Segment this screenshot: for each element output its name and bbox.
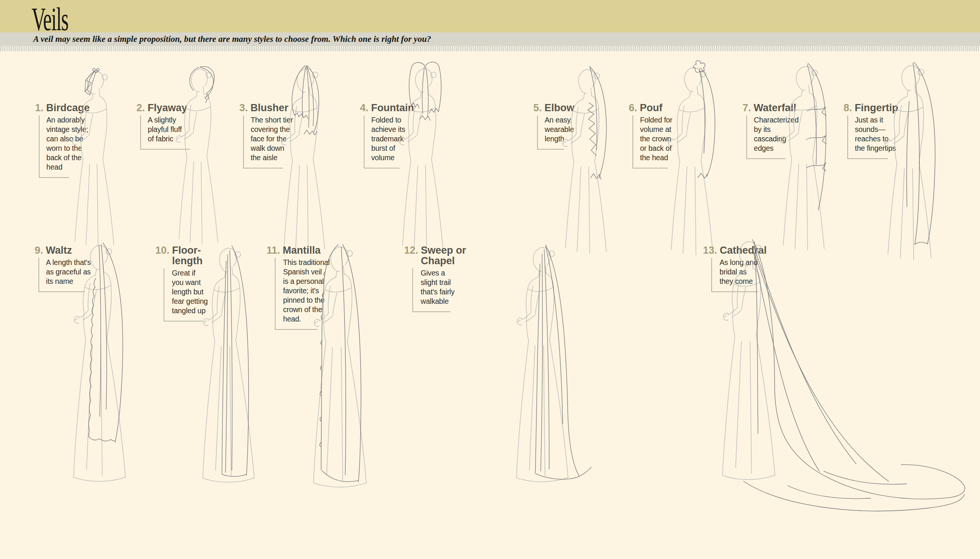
veil-item-number: 11. (266, 245, 280, 256)
figure-waterfall-illustration (773, 58, 850, 231)
veil-item-number: 12. (404, 245, 418, 256)
leader-line-vertical (537, 115, 538, 149)
leader-line-horizontal (39, 177, 69, 178)
leader-line-vertical (275, 258, 276, 329)
veil-item-pouf: 6.PoufFolded for volume at the crown or … (629, 103, 663, 113)
veil-item-number: 9. (35, 245, 43, 256)
leader-line-vertical (164, 268, 164, 321)
veil-item-floor: 10.Floor- lengthGreat if you want length… (155, 245, 203, 266)
figure-mantilla-illustration (301, 238, 388, 493)
veil-item-waltz: 9.WaltzA length that's as graceful as it… (35, 245, 72, 256)
veil-item-number: 7. (742, 103, 751, 113)
leader-line-vertical (633, 115, 633, 168)
veil-item-heading: 6.Pouf (629, 103, 663, 113)
veil-item-number: 4. (360, 103, 369, 113)
pinstripe-divider (0, 46, 980, 51)
veil-item-number: 5. (533, 103, 542, 113)
figure-pouf-illustration (660, 59, 740, 228)
leader-line-horizontal (412, 311, 450, 312)
veil-item-fingertip: 8.FingertipJust as it sounds— reaches to… (844, 103, 898, 113)
veil-item-number: 6. (629, 103, 637, 113)
veil-item-waterfall: 7.WaterfallCharacterized by its cascadin… (742, 103, 797, 113)
veil-item-name: Sweep or Chapel (421, 245, 466, 266)
figure-sweep-or-illustration (506, 239, 613, 488)
veil-item-fountain: 4.FountainFolded to achieve its trademar… (360, 103, 414, 113)
veil-item-number: 2. (136, 103, 145, 113)
figure-flyaway-illustration (169, 61, 243, 216)
figure-birdcage-illustration (65, 63, 139, 218)
leader-line-vertical (38, 258, 39, 291)
veil-item-mantilla: 11.MantillaThis traditional Spanish veil… (266, 245, 321, 256)
figure-cathedral-illustration (697, 233, 972, 522)
veil-item-number: 1. (35, 103, 44, 113)
veil-item-elbow: 5.ElbowAn easy, wearable length (533, 103, 574, 113)
veil-item-heading: 12.Sweep or Chapel (404, 245, 466, 266)
veils-infographic-page: Veils A veil may seem like a simple prop… (0, 0, 980, 559)
leader-line-vertical (412, 268, 413, 311)
leader-line-vertical (746, 115, 747, 158)
figure-blusher-illustration (274, 60, 350, 221)
veil-item-name: Pouf (640, 103, 663, 113)
veil-item-flyaway: 2.FlyawayA slightly playful fluff of fab… (136, 103, 187, 113)
page-subtitle: A veil may seem like a simple propositio… (33, 34, 431, 44)
leader-line-vertical (364, 115, 365, 168)
leader-line-vertical (39, 115, 40, 177)
veil-item-description: Gives a slight trail that's fairly walka… (421, 268, 461, 306)
veil-item-number: 3. (240, 103, 248, 113)
veil-item-number: 8. (844, 103, 852, 113)
leader-line-vertical (847, 115, 848, 158)
veil-item-birdcage: 1.BirdcageAn adorably vintage style; can… (35, 103, 90, 113)
veil-item-cathedral: 13.CathedralAs long and bridal as they c… (703, 245, 767, 256)
figure-elbow-illustration (555, 61, 633, 227)
veil-item-blusher: 3.BlusherThe short tier covering the fac… (240, 103, 288, 113)
figure-fountain-illustration (392, 60, 469, 221)
header-band (0, 0, 980, 32)
veil-item-sweep-or: 12.Sweep or ChapelGives a slight trail t… (404, 245, 466, 266)
leader-line-vertical (243, 115, 244, 168)
page-title: Veils (31, 3, 68, 35)
leader-line-vertical (140, 115, 141, 149)
veil-item-number: 10. (155, 245, 170, 256)
figure-floor-illustration (190, 240, 276, 488)
figure-waltz-illustration (61, 237, 147, 487)
